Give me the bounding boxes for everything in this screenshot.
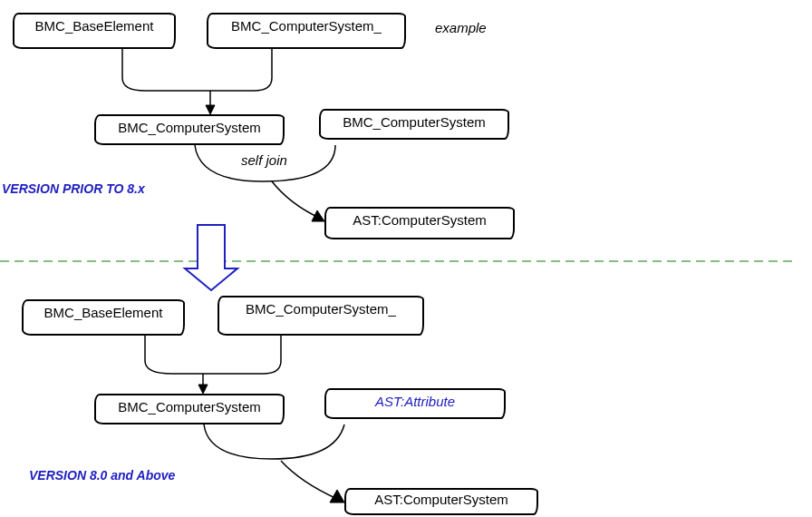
box-bmc-computersystem-left-top: BMC_ComputerSystem [94, 114, 285, 145]
text: AST:ComputerSystem [374, 492, 508, 507]
label-self-join: self join [241, 152, 287, 168]
text: BMC_BaseElement [44, 305, 163, 320]
connectors-overlay [0, 0, 812, 517]
big-arrow-down-icon [185, 225, 237, 290]
box-bmc-computersystem-right-top: BMC_ComputerSystem [319, 109, 509, 140]
svg-marker-6 [198, 385, 208, 394]
box-bmc-computersystem-underscore-top: BMC_ComputerSystem_ [207, 13, 406, 49]
box-ast-computersystem-bottom: AST:ComputerSystem [344, 488, 538, 515]
text: BMC_ComputerSystem_ [246, 301, 396, 317]
text: AST:Attribute [375, 394, 455, 409]
box-bmc-base-element-top: BMC_BaseElement [13, 13, 176, 49]
box-ast-attribute: AST:Attribute [324, 388, 506, 419]
box-bmc-computersystem-underscore-bottom: BMC_ComputerSystem_ [218, 296, 424, 336]
text: BMC_BaseElement [35, 18, 154, 34]
svg-marker-4 [185, 225, 237, 290]
box-bmc-computersystem-left-bottom: BMC_ComputerSystem [94, 394, 285, 424]
text: BMC_ComputerSystem [343, 114, 486, 130]
text: AST:ComputerSystem [353, 212, 487, 228]
svg-marker-1 [206, 105, 215, 114]
svg-marker-2 [312, 210, 324, 221]
box-ast-computersystem-top: AST:ComputerSystem [324, 207, 515, 239]
label-example: example [435, 20, 487, 35]
text: BMC_ComputerSystem [118, 120, 261, 135]
box-bmc-base-element-bottom: BMC_BaseElement [22, 299, 185, 336]
text: BMC_ComputerSystem [118, 399, 261, 415]
svg-marker-7 [330, 490, 344, 502]
text: BMC_ComputerSystem_ [231, 18, 382, 34]
label-version-prior: VERSION PRIOR TO 8.x [2, 181, 145, 196]
label-version-above: VERSION 8.0 and Above [29, 468, 175, 483]
